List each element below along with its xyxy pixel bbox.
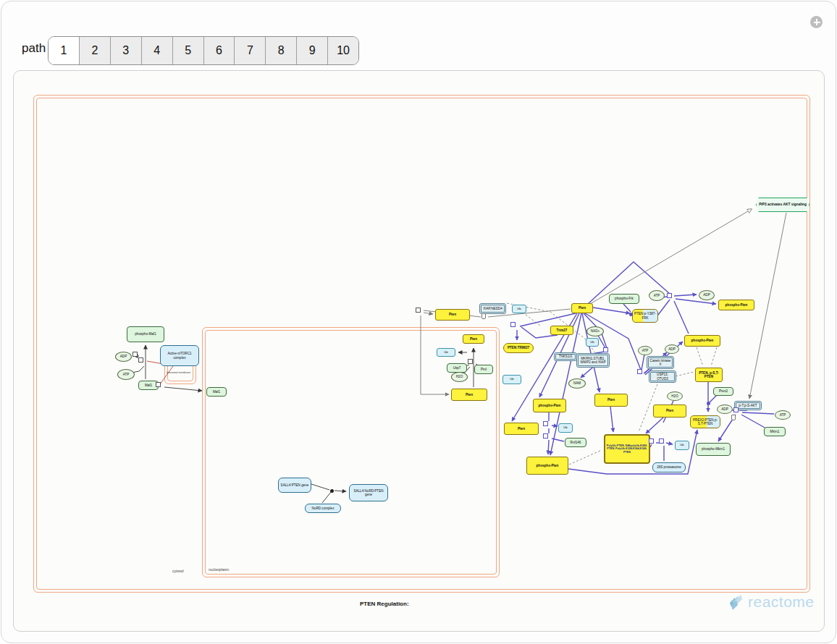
- reaction-node[interactable]: [603, 347, 608, 352]
- reaction-node[interactable]: [543, 421, 548, 426]
- node-atp-ck2[interactable]: ATP: [638, 346, 652, 355]
- node-nad[interactable]: NAD+: [586, 326, 604, 336]
- reaction-node[interactable]: [416, 308, 421, 313]
- node-tnks1-2[interactable]: TNKS1/2: [554, 352, 577, 361]
- association-node[interactable]: [330, 489, 334, 493]
- association-node[interactable]: [629, 313, 633, 316]
- node-nurd-complex[interactable]: NuRD complex: [305, 504, 341, 513]
- node-pten-frk-complex[interactable]: PTEN:p-Y387-FRK: [632, 309, 658, 323]
- diagram-title: PTEN Regulation:: [360, 601, 409, 607]
- compartment-label-lysosomal-membrane: lysosomal membrane: [167, 371, 190, 374]
- reaction-node[interactable]: [659, 438, 664, 444]
- node-phospho-pten-2[interactable]: phospho-Pten: [684, 335, 720, 347]
- node-phospho-pten-4[interactable]: phospho-Pten: [526, 457, 568, 475]
- association-node[interactable]: [707, 402, 710, 405]
- app-window: path 12345678910: [0, 0, 837, 644]
- compartment-label-nucleoplasm: nucleoplasm: [209, 567, 229, 572]
- node-pten-nuc-small[interactable]: Pten: [463, 334, 484, 344]
- node-pten-5[interactable]: Pten: [504, 423, 539, 435]
- node-sall4-nurd-pten-gene[interactable]: SALL4:NuRD:PTEN gene: [349, 484, 388, 501]
- node-pten-pst[interactable]: PTEN, p-S,T-PTEN: [695, 368, 723, 382]
- reaction-node[interactable]: [138, 357, 143, 363]
- process-glyph[interactable]: [731, 415, 736, 420]
- node-xiap-nedd4[interactable]: XIAP,NEDD4: [479, 303, 506, 314]
- node-prex2-pten[interactable]: PREX2:PTEN,p-S,T-PTEN: [690, 415, 720, 428]
- node-ub-1[interactable]: Ub: [512, 305, 526, 313]
- node-phospho-pten-3[interactable]: phospho-Pten: [533, 399, 566, 412]
- reaction-node[interactable]: [543, 433, 548, 438]
- reaction-node[interactable]: [649, 438, 654, 444]
- node-ub-2[interactable]: Ub: [437, 348, 455, 357]
- node-pten-hub[interactable]: Pten: [571, 303, 593, 313]
- node-ub-5[interactable]: Ub: [558, 423, 573, 433]
- watermark-text: reactome: [748, 593, 815, 611]
- node-usp7[interactable]: Usp7: [447, 363, 467, 373]
- node-ub-6[interactable]: Ub: [675, 441, 689, 450]
- node-atp-maf1[interactable]: ATP: [117, 369, 135, 380]
- node-h2o-nuc[interactable]: H2O: [451, 372, 468, 382]
- reaction-node[interactable]: [156, 382, 161, 387]
- reactome-pinwheel-icon: [727, 593, 746, 611]
- node-pten-cytosol[interactable]: Pten: [435, 309, 470, 321]
- node-e3-ligase-set[interactable]: MKRN1,STUB1, WWP2 and XIAP: [576, 353, 610, 368]
- node-active-mtorc1-complex[interactable]: Active mTORC1 complex: [160, 345, 199, 366]
- node-adp-ck2[interactable]: ADP: [665, 344, 679, 354]
- node-adp-frk[interactable]: ADP: [699, 290, 715, 300]
- node-trim27[interactable]: Trim27: [550, 326, 573, 335]
- node-pten-nuc[interactable]: Pten: [451, 389, 487, 401]
- node-pml[interactable]: Pml: [474, 365, 493, 374]
- node-phospho-maf1[interactable]: phospho-Maf1: [127, 326, 164, 342]
- node-h2o-2[interactable]: H2O: [667, 391, 683, 401]
- node-adp-akt[interactable]: ADP: [717, 404, 733, 414]
- node-akt[interactable]: p-T,p-S-AKT: [734, 401, 762, 410]
- node-phospho-pten-1[interactable]: phospho-Pten: [718, 300, 754, 310]
- node-maf1-2[interactable]: Maf1: [206, 387, 227, 397]
- node-mkrn1[interactable]: Mkrn1: [764, 427, 786, 436]
- node-adp-maf1[interactable]: ADP: [115, 352, 132, 362]
- reaction-node[interactable]: [733, 407, 739, 412]
- reaction-node[interactable]: [637, 369, 642, 374]
- node-polyub-pten[interactable]: PolyUb-PTEN, K48polyUb-K289-PTEN, PolyUb…: [604, 434, 650, 464]
- node-pip3-akt-pathway[interactable]: PIP3 activates AKT signaling: [756, 198, 809, 212]
- node-26s-proteasome[interactable]: 26S proteasome: [652, 462, 686, 473]
- reaction-node[interactable]: [133, 352, 138, 357]
- node-pten-3[interactable]: Pten: [594, 394, 628, 407]
- node-phospho-mkrn1[interactable]: phospho-Mkrn1: [696, 443, 731, 456]
- reaction-node[interactable]: [667, 293, 672, 298]
- node-rnf146[interactable]: Rnf146: [565, 438, 586, 447]
- diagram-canvas[interactable]: PTEN Regulation: reactome cytosolnucleop…: [0, 0, 837, 644]
- process-glyph[interactable]: [481, 313, 486, 319]
- compartment-label-cytosol: cytosol: [172, 569, 184, 573]
- node-atp-frk[interactable]: ATP: [649, 290, 665, 301]
- node-ub-4[interactable]: Ub: [502, 375, 521, 384]
- reactome-watermark: reactome: [727, 593, 815, 611]
- reaction-node[interactable]: [468, 359, 473, 364]
- node-ub-3[interactable]: Ub: [586, 338, 599, 347]
- node-usp13-otud3[interactable]: USP13, OTUD3: [649, 370, 676, 383]
- node-phospho-frk[interactable]: phospho-Frk: [609, 294, 639, 304]
- node-prex2[interactable]: Prex2: [713, 387, 733, 396]
- node-sall4-pten-gene[interactable]: SALL4:PTEN gene: [278, 478, 311, 493]
- node-pten-trim27[interactable]: PTEN:TRIM27: [503, 343, 534, 353]
- node-nam[interactable]: NAM: [568, 378, 586, 389]
- reaction-node[interactable]: [510, 322, 516, 327]
- node-atp-akt[interactable]: ATP: [775, 410, 791, 420]
- node-pten-4[interactable]: Pten: [653, 404, 686, 418]
- node-casein-kinase-ii[interactable]: Casein kinase II: [647, 356, 674, 369]
